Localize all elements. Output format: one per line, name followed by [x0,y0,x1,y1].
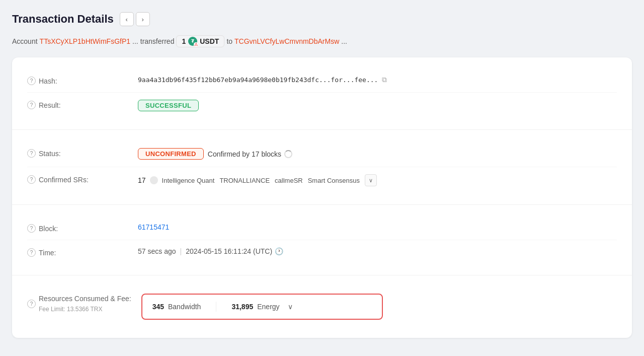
status-badge: UNCONFIRMED [138,148,204,160]
clock-icon[interactable]: 🕐 [275,247,283,255]
next-button[interactable]: › [136,12,150,26]
energy-label: Energy [257,303,279,311]
prev-button[interactable]: ‹ [120,12,134,26]
confirmed-srs-label: ? Confirmed SRs: [27,174,128,184]
resources-value: 345 Bandwidth 31,895 Energy ∨ [141,294,617,320]
resource-divider [216,302,216,312]
transferred-label: transferred [140,37,175,45]
resources-label: ? Resources Consumed & Fee: Fee Limit: 1… [27,294,131,313]
bandwidth-value: 345 [152,303,164,311]
confirmed-srs-row: ? Confirmed SRs: 17 Intelligence Quant T… [27,167,617,193]
block-row: ? Block: 61715471 [27,216,617,240]
block-link[interactable]: 61715471 [138,223,169,231]
section-status-srs: ? Status: UNCONFIRMED Confirmed by 17 bl… [12,130,632,205]
confirmed-srs-value: 17 Intelligence Quant TRONALLIANCE callm… [138,174,617,186]
block-value: 61715471 [138,223,617,231]
result-value: SUCCESSFUL [138,100,617,111]
bandwidth-item: 345 Bandwidth [152,303,201,311]
status-label: ? Status: [27,148,128,158]
section-resources: ? Resources Consumed & Fee: Fee Limit: 1… [12,275,632,338]
amount-value: 1 [182,37,186,45]
status-value: UNCONFIRMED Confirmed by 17 blocks [138,148,617,160]
utc-time: 2024-05-15 16:11:24 (UTC) 🕐 [186,247,283,255]
token-label: USDT [200,37,219,45]
to-label: to [226,37,232,45]
sr-count: 17 [138,176,146,184]
account-label: Account [12,37,38,45]
bandwidth-label: Bandwidth [168,303,201,311]
from-address[interactable]: TTsXCyXLP1bHtWimFsGfP1 [40,37,130,45]
sr-item-4: Smart Consensus [308,177,360,184]
sr-expand-icon[interactable]: ∨ [365,174,377,186]
status-row: ? Status: UNCONFIRMED Confirmed by 17 bl… [27,141,617,167]
usdt-icon: ₮ [188,37,197,46]
result-badge: SUCCESSFUL [138,100,199,111]
time-help-icon[interactable]: ? [27,248,36,257]
block-help-icon[interactable]: ? [27,224,36,233]
loading-spinner [284,150,292,158]
nav-buttons: ‹ › [120,12,150,26]
sr-item-2: TRONALLIANCE [219,177,270,184]
resources-box: 345 Bandwidth 31,895 Energy ∨ [141,294,383,320]
account-bar: Account TTsXCyXLP1bHtWimFsGfP1 ... trans… [12,35,632,47]
time-label: ? Time: [27,247,128,257]
resources-help-icon[interactable]: ? [27,300,36,308]
result-label: ? Result: [27,100,128,109]
to-address[interactable]: TCGvnLVCfyLwCmvnmDbArMsw [234,37,339,45]
sr-item-1: Intelligence Quant [162,177,215,184]
resources-row: ? Resources Consumed & Fee: Fee Limit: 1… [27,287,617,327]
time-separator: | [180,247,182,255]
to-address-suffix: ... [341,37,347,45]
hash-row: ? Hash: 9aa4a31db96f435f12bb67eb9a94a969… [27,68,617,93]
sr-list: Intelligence Quant TRONALLIANCE callmeSR… [162,174,377,186]
fee-limit-text: Fee Limit: 13.5366 TRX [39,306,131,313]
page-header: Transaction Details ‹ › [12,12,632,26]
result-row: ? Result: SUCCESSFUL [27,93,617,118]
energy-value: 31,895 [231,303,253,311]
hash-help-icon[interactable]: ? [27,77,36,85]
sr-item-3: callmeSR [275,177,303,184]
section-hash-result: ? Hash: 9aa4a31db96f435f12bb67eb9a94a969… [12,57,632,130]
hash-label: ? Hash: [27,76,128,85]
status-help-icon[interactable]: ? [27,149,36,158]
page-title: Transaction Details [12,13,114,26]
time-row: ? Time: 57 secs ago | 2024-05-15 16:11:2… [27,240,617,264]
transaction-card: ? Hash: 9aa4a31db96f435f12bb67eb9a94a969… [12,57,632,338]
sr-logo-icon [150,176,158,184]
hash-value: 9aa4a31db96f435f12bb67eb9a94a9698e0b19fb… [138,76,617,84]
hash-text: 9aa4a31db96f435f12bb67eb9a94a9698e0b19fb… [138,76,378,84]
energy-expand-icon[interactable]: ∨ [288,303,293,311]
block-label: ? Block: [27,223,128,233]
confirmed-text: Confirmed by 17 blocks [208,150,292,158]
amount-badge: 1 ₮ USDT [176,35,224,47]
result-help-icon[interactable]: ? [27,101,36,109]
relative-time: 57 secs ago [138,247,176,255]
time-value: 57 secs ago | 2024-05-15 16:11:24 (UTC) … [138,247,617,255]
srs-help-icon[interactable]: ? [27,175,36,184]
address-ellipsis: ... [132,37,138,45]
copy-icon[interactable]: ⧉ [382,76,387,84]
energy-item: 31,895 Energy ∨ [231,303,292,311]
section-block-time: ? Block: 61715471 ? Time: 57 secs ago | … [12,205,632,275]
